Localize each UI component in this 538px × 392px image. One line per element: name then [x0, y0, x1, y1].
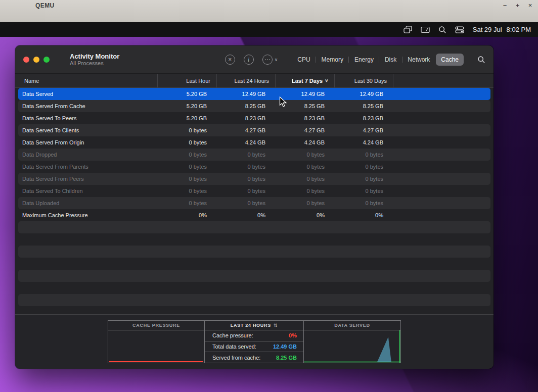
- row-name: Data Uploaded: [18, 200, 158, 206]
- close-button[interactable]: [23, 57, 29, 63]
- column-header-label: Last 7 Days: [292, 78, 323, 84]
- row-name: Data Served From Origin: [18, 139, 158, 145]
- sort-updown-icon[interactable]: ⇅: [274, 323, 278, 328]
- row-value: 12.49 GB: [335, 91, 393, 97]
- table-row-empty: [18, 233, 490, 246]
- table-header: Name Last Hour Last 24 Hours Last 7 Days…: [15, 74, 494, 88]
- row-value: 0 bytes: [158, 200, 217, 206]
- macos-menubar: Sat 29 Jul 8:02 PM: [0, 22, 538, 37]
- row-value: 0 bytes: [335, 188, 393, 194]
- inspect-process-button[interactable]: i: [244, 55, 254, 65]
- menubar-clock[interactable]: Sat 29 Jul 8:02 PM: [473, 26, 531, 33]
- qemu-maximize-button[interactable]: +: [514, 2, 521, 10]
- row-value: 8.23 GB: [217, 115, 276, 121]
- qemu-titlebar: QEMU − + ×: [0, 0, 538, 22]
- window-titlebar: Activity Monitor All Processes × i ⋯: [15, 45, 494, 74]
- tab-cache[interactable]: Cache: [436, 54, 464, 66]
- spotlight-icon[interactable]: [438, 26, 446, 34]
- footer-panels-area: CACHE PRESSURE LAST 24 HOURS ⇅ Cache pre…: [15, 314, 494, 369]
- data-served-panel: DATA SERVED: [304, 320, 401, 363]
- row-value: 4.27 GB: [276, 127, 335, 133]
- control-center-icon[interactable]: [455, 26, 464, 33]
- tab-network[interactable]: Network: [402, 54, 435, 66]
- window-subtitle: All Processes: [70, 60, 119, 67]
- table-row[interactable]: Data Served To Peers5.20 GB8.23 GB8.23 G…: [18, 112, 490, 124]
- stat-row: Cache pressure:0%: [205, 330, 303, 341]
- last-24-hours-panel: LAST 24 HOURS ⇅ Cache pressure:0%Total d…: [205, 320, 304, 363]
- table-row[interactable]: Data Served To Children0 bytes0 bytes0 b…: [18, 185, 490, 197]
- table-body: Data Served5.20 GB12.49 GB12.49 GB12.49 …: [15, 88, 494, 314]
- row-name: Data Served: [18, 91, 158, 97]
- qemu-minimize-button[interactable]: −: [501, 2, 509, 10]
- screen: QEMU − + ×: [0, 0, 538, 392]
- search-icon: [477, 56, 485, 64]
- table-row[interactable]: Data Served From Peers0 bytes0 bytes0 by…: [18, 173, 490, 185]
- row-name: Maximum Cache Pressure: [18, 212, 158, 218]
- stat-value: 8.25 GB: [276, 355, 297, 361]
- chevron-down-icon: ∨: [275, 57, 278, 62]
- stat-row: Served from cache:8.25 GB: [205, 352, 303, 363]
- column-header-last-hour[interactable]: Last Hour: [158, 74, 217, 87]
- view-options-button[interactable]: ⋯ ∨: [262, 55, 278, 65]
- stat-value: 0%: [289, 332, 297, 338]
- row-name: Data Served To Children: [18, 188, 158, 194]
- zoom-button[interactable]: [43, 57, 50, 63]
- table-row-empty: [18, 270, 490, 282]
- qemu-window-title: QEMU: [35, 2, 55, 9]
- row-value: 0 bytes: [276, 176, 335, 182]
- row-value: 5.20 GB: [158, 115, 217, 121]
- row-value: 0 bytes: [276, 188, 335, 194]
- row-value: 8.23 GB: [276, 115, 335, 121]
- table-row[interactable]: Data Served5.20 GB12.49 GB12.49 GB12.49 …: [18, 88, 490, 100]
- tab-energy[interactable]: Energy: [349, 54, 379, 66]
- column-header-last-30-days[interactable]: Last 30 Days: [335, 74, 393, 87]
- cache-pressure-graph: [108, 330, 204, 363]
- table-row[interactable]: Data Dropped0 bytes0 bytes0 bytes0 bytes: [18, 149, 490, 161]
- activity-monitor-window: Activity Monitor All Processes × i ⋯: [15, 45, 494, 369]
- row-value: 8.25 GB: [335, 103, 393, 109]
- row-value: 8.25 GB: [217, 103, 276, 109]
- column-header-last-7-days[interactable]: Last 7 Days ∨: [276, 74, 335, 87]
- row-value: 5.20 GB: [158, 91, 217, 97]
- desktop: Activity Monitor All Processes × i ⋯: [0, 37, 538, 392]
- table-row[interactable]: Data Served From Parents0 bytes0 bytes0 …: [18, 161, 490, 173]
- row-value: 0 bytes: [158, 127, 217, 133]
- data-served-title: DATA SERVED: [304, 321, 400, 330]
- row-value: 12.49 GB: [276, 91, 335, 97]
- column-header-filler: [393, 74, 494, 87]
- row-value: 0 bytes: [276, 152, 335, 158]
- row-value: 0 bytes: [335, 200, 393, 206]
- row-value: 0 bytes: [335, 176, 393, 182]
- table-row[interactable]: Data Uploaded0 bytes0 bytes0 bytes0 byte…: [18, 197, 490, 209]
- table-row[interactable]: Data Served From Cache5.20 GB8.25 GB8.25…: [18, 100, 490, 112]
- table-row[interactable]: Data Served To Clients0 bytes4.27 GB4.27…: [18, 124, 490, 136]
- stat-label: Served from cache:: [212, 355, 260, 361]
- traffic-lights: [23, 57, 50, 63]
- column-header-last-24-hours[interactable]: Last 24 Hours: [217, 74, 276, 87]
- window-title: Activity Monitor: [70, 53, 119, 60]
- row-value: 0 bytes: [217, 152, 276, 158]
- row-value: 0 bytes: [217, 200, 276, 206]
- minimize-button[interactable]: [33, 57, 39, 63]
- tab-cpu[interactable]: CPU: [292, 54, 315, 66]
- tab-memory[interactable]: Memory: [317, 54, 348, 66]
- row-value: 12.49 GB: [217, 91, 276, 97]
- row-value: 0 bytes: [335, 164, 393, 170]
- last-24-hours-title: LAST 24 HOURS ⇅: [205, 321, 303, 330]
- table-row[interactable]: Data Served From Origin0 bytes4.24 GB4.2…: [18, 136, 490, 149]
- row-value: 8.25 GB: [276, 103, 335, 109]
- qemu-close-button[interactable]: ×: [526, 2, 534, 10]
- windows-stack-icon[interactable]: [404, 26, 412, 33]
- sidecar-icon[interactable]: [421, 26, 430, 33]
- menubar-time: 8:02 PM: [507, 26, 531, 33]
- quit-process-button[interactable]: ×: [225, 55, 235, 65]
- table-row-empty: [18, 258, 490, 270]
- tab-disk[interactable]: Disk: [380, 54, 401, 66]
- column-header-name[interactable]: Name: [15, 74, 158, 87]
- row-name: Data Served From Peers: [18, 176, 158, 182]
- info-icon: i: [248, 57, 249, 63]
- search-button[interactable]: [477, 56, 485, 64]
- row-name: Data Served From Parents: [18, 164, 158, 170]
- table-row[interactable]: Maximum Cache Pressure0%0%0%0%: [18, 209, 490, 221]
- stat-row: Total data served:12.49 GB: [205, 341, 303, 352]
